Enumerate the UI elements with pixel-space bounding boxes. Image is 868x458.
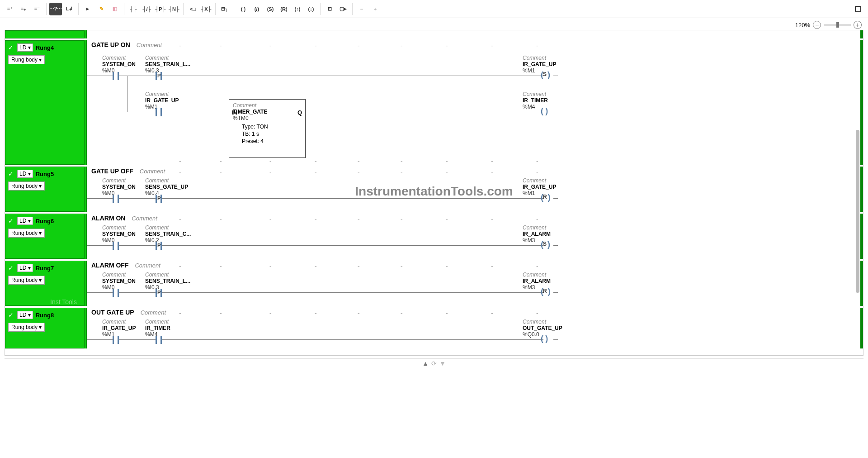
contact[interactable] (111, 72, 120, 80)
rung-name[interactable]: Rung8 (36, 312, 54, 319)
pointer-tool-icon[interactable]: ▸ (81, 3, 94, 15)
main-toolbar: ≡⁺ ≡₊ ≡⁻ ⋯?⋯ L↲ ▸ ✎ ◧ ┤├ ┤/├ ┤P├ ┤N├ <□ … (0, 0, 868, 18)
delete-rung-icon[interactable]: ≡⁻ (31, 3, 43, 15)
coil-icon[interactable]: ( ) (237, 3, 250, 15)
contact[interactable]: P (154, 195, 163, 203)
contact[interactable] (111, 195, 120, 203)
contact-no-icon[interactable]: ┤├ (127, 3, 140, 15)
rung-sidebar: ✓ LD ▾ Rung6 Rung body ▾ (5, 214, 84, 259)
contact-falling-icon[interactable]: ┤N├ (168, 3, 180, 15)
minus-icon[interactable]: − (355, 3, 368, 15)
rung-valid-icon: ✓ (8, 264, 15, 272)
branch-tool-icon[interactable]: L↲ (63, 3, 75, 15)
coil[interactable]: ( ) (541, 106, 547, 116)
rung-canvas[interactable]: OUT GATE UPComment---------Comment IR_GA… (84, 308, 863, 348)
contact[interactable]: P (154, 72, 163, 80)
coil-neg-icon[interactable]: (/) (250, 3, 263, 15)
zoom-out-button[interactable]: − (813, 21, 821, 29)
language-dropdown[interactable]: LD ▾ (17, 311, 33, 319)
contact[interactable] (111, 336, 120, 344)
insert-rung-after-icon[interactable]: ≡₊ (17, 3, 30, 15)
contact[interactable]: P (154, 289, 163, 297)
contact[interactable] (154, 108, 163, 116)
coil-label[interactable]: Comment IR_GATE_UP%M1 (523, 177, 556, 196)
language-dropdown[interactable]: LD ▾ (17, 217, 33, 225)
rung-title[interactable]: GATE UP ONComment (91, 41, 162, 48)
contact-rising-icon[interactable]: ┤P├ (154, 3, 167, 15)
contact-label[interactable]: Comment SENS_TRAIN_C...%I0.2 (145, 224, 191, 243)
coil-rising-icon[interactable]: (↑) (291, 3, 304, 15)
contact-label[interactable]: Comment IR_TIMER%M4 (145, 319, 170, 338)
contact-label[interactable]: Comment SENS_TRAIN_L...%I0.3 (145, 272, 190, 291)
operate-block-icon[interactable]: ⊡ (323, 3, 336, 15)
contact[interactable] (154, 336, 163, 344)
rung-valid-icon: ✓ (8, 217, 15, 224)
nav-up-icon[interactable]: ▲ (422, 360, 429, 367)
zoom-in-button[interactable]: + (854, 21, 862, 29)
rung-name[interactable]: Rung7 (36, 265, 54, 272)
rung-canvas[interactable]: GATE UP ONComment------------------Comme… (84, 40, 863, 165)
rung-body-dropdown[interactable]: Rung body ▾ (8, 229, 45, 238)
coil[interactable]: (S) (541, 70, 549, 80)
rung-title[interactable]: OUT GATE UPComment (91, 309, 166, 316)
rung-canvas[interactable]: ALARM ONComment---------Comment SYSTEM_O… (84, 214, 863, 259)
ladder-editor: InstrumentationTools.com Inst Tools ✓ LD… (5, 30, 863, 356)
rung-title[interactable]: GATE UP OFFComment (91, 167, 165, 175)
contact-label[interactable]: Comment IR_GATE_UP%M1 (102, 319, 136, 338)
rung-name[interactable]: Rung6 (36, 218, 54, 224)
rung-sidebar: ✓ LD ▾ Rung4 Rung body ▾ (5, 40, 84, 165)
coil[interactable]: ( ) (541, 334, 547, 344)
compare-block-icon[interactable]: <□ (186, 3, 199, 15)
rung-body-dropdown[interactable]: Rung body ▾ (8, 181, 45, 191)
xor-contact-icon[interactable]: ┤X├ (200, 3, 212, 15)
contact-label[interactable]: Comment SENS_GATE_UP%I0.4 (145, 177, 188, 196)
maximize-icon[interactable] (852, 3, 864, 15)
coil[interactable]: (S) (541, 240, 549, 249)
contact[interactable] (111, 289, 120, 297)
rung-sidebar: ✓ LD ▾ Rung8 Rung body ▾ (5, 308, 84, 348)
language-dropdown[interactable]: LD ▾ (17, 43, 33, 52)
rung-canvas[interactable]: ALARM OFFComment---------Comment SYSTEM_… (84, 261, 863, 306)
coil[interactable]: (R) (541, 287, 549, 296)
vertical-scrollbar[interactable] (856, 30, 859, 355)
rung-title[interactable]: ALARM OFFComment (91, 262, 160, 269)
rung-title[interactable]: ALARM ONComment (91, 215, 157, 222)
coil-falling-icon[interactable]: (↓) (305, 3, 317, 15)
plus-icon[interactable]: + (369, 3, 382, 15)
draw-tool-icon[interactable]: ✎ (95, 3, 108, 15)
comment-tool-icon[interactable]: ⋯?⋯ (49, 3, 62, 15)
coil-set-icon[interactable]: (S) (264, 3, 277, 15)
coil-reset-icon[interactable]: (R) (278, 3, 290, 15)
contact-label[interactable]: Comment SYSTEM_ON%M0 (102, 177, 136, 196)
zoom-bar: 120% − + (0, 18, 868, 30)
coil[interactable]: (R) (541, 193, 549, 202)
contact-label[interactable]: Comment SYSTEM_ON%M0 (102, 55, 136, 74)
zoom-slider[interactable] (824, 24, 851, 26)
contact-label[interactable]: Comment SYSTEM_ON%M0 (102, 224, 136, 243)
contact-label[interactable]: Comment SENS_TRAIN_L...%I0.3 (145, 55, 190, 74)
rung-name[interactable]: Rung5 (36, 171, 54, 177)
contact[interactable]: P (154, 242, 163, 250)
language-dropdown[interactable]: LD ▾ (17, 170, 33, 178)
contact[interactable] (111, 242, 120, 250)
insert-rung-before-icon[interactable]: ≡⁺ (4, 3, 16, 15)
language-dropdown[interactable]: LD ▾ (17, 264, 33, 272)
contact-label[interactable]: Comment SYSTEM_ON%M0 (102, 272, 136, 291)
erase-tool-icon[interactable]: ◧ (108, 3, 121, 15)
jump-block-icon[interactable]: ▢▸ (337, 3, 349, 15)
timer-block[interactable]: Comment TIMER_GATE %TM0 Type: TONTB: 1 s… (229, 99, 306, 158)
nav-down-icon[interactable]: ▼ (439, 360, 446, 367)
rung-body-dropdown[interactable]: Rung body ▾ (8, 276, 45, 285)
rung-name[interactable]: Rung4 (36, 44, 54, 51)
contact-nc-icon[interactable]: ┤/├ (141, 3, 153, 15)
timer-q-label: Q (297, 109, 302, 116)
rung-body-dropdown[interactable]: Rung body ▾ (8, 55, 45, 64)
rung-body-dropdown[interactable]: Rung body ▾ (8, 323, 45, 332)
function-block-icon[interactable]: ⊟┐ (218, 3, 231, 15)
rung-valid-icon: ✓ (8, 311, 15, 319)
timer-in-label: IN (231, 109, 237, 116)
contact-label[interactable]: Comment IR_GATE_UP%M1 (145, 91, 179, 110)
rung-canvas[interactable]: GATE UP OFFComment---------Comment SYSTE… (84, 167, 863, 212)
nav-sync-icon[interactable]: ⟳ (431, 360, 437, 367)
coil-label[interactable]: Comment IR_GATE_UP%M1 (523, 55, 556, 74)
